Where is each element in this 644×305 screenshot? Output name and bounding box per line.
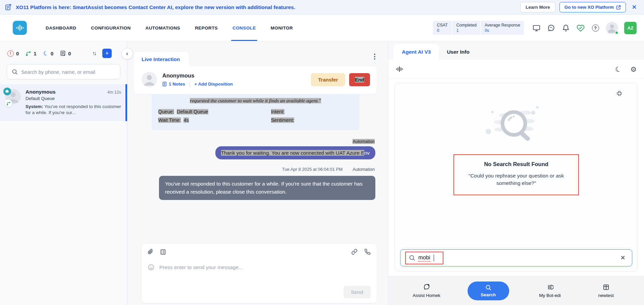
conversation-preview: System: You've not responded to this cus… bbox=[25, 104, 121, 116]
message-composer: Press enter to send your message... Send bbox=[142, 244, 377, 303]
table-grid-icon bbox=[603, 284, 609, 291]
bot-icon bbox=[547, 284, 553, 291]
nav-monitor[interactable]: MONITOR bbox=[271, 15, 293, 41]
flow-status-badge bbox=[5, 100, 12, 107]
conversation-list-item[interactable]: Anonymous 4m 12s Default Queue System: Y… bbox=[0, 84, 127, 121]
collapse-sidebar-button[interactable]: ‹ bbox=[121, 48, 133, 59]
agent-stats: CSAT 0 Completed 1 Average Response 0s bbox=[433, 21, 524, 35]
attachment-paperclip-icon[interactable] bbox=[148, 249, 153, 255]
settings-gear-icon[interactable]: ⚙ bbox=[630, 66, 637, 73]
add-disposition-link[interactable]: + Add Disposition bbox=[194, 82, 233, 87]
note-doc-icon bbox=[162, 82, 167, 87]
call-phone-icon[interactable] bbox=[364, 249, 371, 255]
conversation-sidebar: ! 0 1 ☾ 0 0 bbox=[0, 41, 127, 305]
nav-dashboard[interactable]: DASHBOARD bbox=[46, 15, 76, 41]
search-result-card: No Search Result Found "Could you rephra… bbox=[394, 83, 638, 271]
intent-label: Intent: bbox=[271, 109, 284, 114]
automation-puzzle-badge bbox=[3, 88, 11, 95]
counter-active[interactable]: 1 bbox=[25, 51, 36, 56]
new-conversation-button[interactable]: + bbox=[102, 49, 112, 58]
sentiment-label: Sentiment: bbox=[271, 117, 294, 123]
sort-icon[interactable]: ↑↓ bbox=[92, 50, 96, 56]
conversation-duration: 4m 12s bbox=[107, 90, 121, 95]
user-avatar[interactable] bbox=[606, 22, 618, 34]
system-info-card: requested the customer to wait while it … bbox=[152, 94, 360, 130]
agent-ai-search-box[interactable]: mobi ✕ bbox=[400, 249, 632, 266]
send-button[interactable]: Send bbox=[343, 286, 371, 298]
wait-time-value: 4s bbox=[183, 117, 189, 123]
banner-close-icon[interactable]: ✕ bbox=[630, 2, 639, 12]
learn-more-button[interactable]: Learn More bbox=[520, 2, 555, 12]
bottom-tab-search[interactable]: Search bbox=[468, 282, 509, 300]
chat-menu-kebab-icon[interactable]: ⋮ bbox=[371, 55, 378, 58]
nav-configuration[interactable]: CONFIGURATION bbox=[91, 15, 130, 41]
go-to-new-xo-platform-button[interactable]: Go to new XO Platform bbox=[559, 2, 626, 12]
conversation-name: Anonymous bbox=[25, 89, 56, 95]
collapse-expand-icon[interactable] bbox=[616, 91, 622, 96]
help-icon[interactable]: ? bbox=[591, 23, 600, 32]
no-result-quote: "Could you rephrase your question or ask… bbox=[460, 172, 573, 187]
counter-snoozed[interactable]: ☾ 0 bbox=[43, 51, 54, 56]
bottom-tab-bot[interactable]: My Bot-edi bbox=[535, 284, 565, 298]
alert-icon: ! bbox=[7, 50, 14, 57]
query-annotation-box: mobi bbox=[405, 252, 443, 264]
online-status-dot bbox=[615, 31, 619, 35]
transfer-button[interactable]: Transfer bbox=[311, 73, 345, 86]
no-result-title: No Search Result Found bbox=[460, 161, 573, 167]
tab-live-interaction[interactable]: Live Interaction bbox=[134, 52, 189, 66]
sidebar-search-input[interactable] bbox=[21, 69, 115, 75]
nav-automations[interactable]: AUTOMATIONS bbox=[146, 15, 180, 41]
counter-notes[interactable]: 0 bbox=[60, 50, 71, 56]
moon-icon: ☾ bbox=[43, 50, 49, 57]
clear-search-icon[interactable]: ✕ bbox=[619, 253, 627, 263]
conversation-queue: Default Queue bbox=[25, 96, 121, 101]
agent-ai-panel: Agent AI V3 User Info ☾ ⚙ bbox=[388, 41, 644, 305]
counter-alerts[interactable]: ! 0 bbox=[7, 50, 19, 57]
agent-panel-toolbar: ☾ ⚙ bbox=[388, 60, 644, 79]
waveform-icon[interactable] bbox=[396, 66, 403, 72]
system-info-text: requested the customer to wait while it … bbox=[158, 98, 353, 104]
no-result-annotation-box: No Search Result Found "Could you rephra… bbox=[453, 154, 579, 195]
notifications-bell-icon[interactable] bbox=[561, 23, 570, 32]
chat-feedback-icon[interactable] bbox=[547, 23, 555, 32]
agent-panel-tabs: Agent AI V3 User Info bbox=[388, 41, 644, 60]
search-icon bbox=[485, 285, 491, 291]
dark-mode-moon-icon[interactable]: ☾ bbox=[614, 65, 623, 73]
nav-reports[interactable]: REPORTS bbox=[195, 15, 218, 41]
automation-message-bubble: Thank you for waiting. You are now conne… bbox=[215, 146, 375, 159]
end-button[interactable]: End bbox=[349, 73, 370, 86]
chat-customer-name: Anonymous bbox=[162, 72, 233, 79]
nav-links: DASHBOARD CONFIGURATION AUTOMATIONS REPO… bbox=[46, 15, 293, 41]
wellness-heart-icon[interactable] bbox=[576, 23, 585, 32]
wait-time-label: Wait Time: bbox=[158, 117, 181, 123]
message-input[interactable]: Press enter to send your message... bbox=[159, 264, 371, 270]
top-navigation: DASHBOARD CONFIGURATION AUTOMATIONS REPO… bbox=[0, 15, 644, 41]
banner-message: XO11 Platform is here: SmartAssist becom… bbox=[16, 4, 295, 10]
bottom-tab-newtest[interactable]: newtest bbox=[591, 284, 621, 298]
notes-icon bbox=[60, 50, 66, 56]
flow-icon bbox=[25, 51, 31, 56]
notes-link[interactable]: 1 Notes bbox=[162, 82, 185, 87]
system-warning-bubble: You've not responded to this customer fo… bbox=[159, 176, 375, 200]
search-icon bbox=[409, 255, 415, 261]
queue-label: Queue: bbox=[158, 109, 174, 114]
desktop-monitor-icon[interactable] bbox=[532, 23, 541, 32]
app-logo[interactable] bbox=[13, 21, 27, 35]
stat-average-response: Average Response 0s bbox=[481, 21, 524, 35]
news-icon bbox=[5, 4, 12, 11]
tab-user-info[interactable]: User Info bbox=[439, 44, 477, 60]
bottom-tab-assist[interactable]: Assist Homek bbox=[412, 284, 442, 298]
nav-console[interactable]: CONSOLE bbox=[232, 15, 256, 41]
search-query-text[interactable]: mobi bbox=[418, 254, 430, 262]
chat-bubble-icon bbox=[423, 284, 430, 291]
canned-response-icon[interactable] bbox=[160, 249, 166, 255]
account-badge[interactable]: AZ bbox=[624, 22, 637, 34]
emoji-smiley-icon[interactable] bbox=[148, 264, 155, 271]
sidebar-search[interactable] bbox=[7, 64, 120, 80]
no-results-illustration bbox=[395, 83, 638, 153]
tab-agent-ai-v3[interactable]: Agent AI V3 bbox=[394, 44, 439, 60]
chat-avatar bbox=[142, 72, 157, 87]
insert-link-icon[interactable] bbox=[351, 249, 358, 255]
external-link-icon bbox=[616, 5, 621, 10]
chat-column: ⋮ Live Interaction Anonymous 1 Notes | +… bbox=[127, 41, 388, 305]
